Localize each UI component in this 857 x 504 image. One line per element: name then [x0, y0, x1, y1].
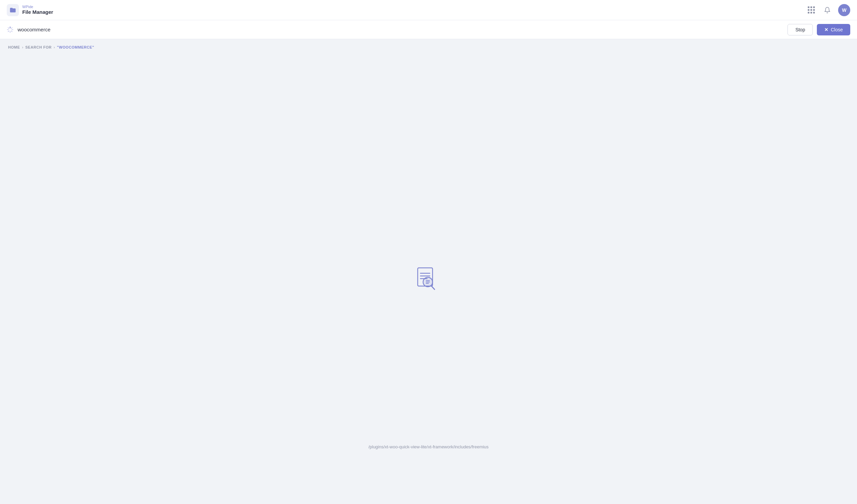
app-brand: WPide: [22, 5, 53, 9]
user-avatar[interactable]: W: [838, 4, 850, 16]
breadcrumb-sep-2: ›: [54, 45, 55, 49]
loading-spinner-icon: [7, 26, 14, 33]
stop-button[interactable]: Stop: [788, 24, 813, 35]
search-illustration: [415, 266, 442, 293]
breadcrumb-sep-1: ›: [22, 45, 23, 49]
close-x-icon: ✕: [824, 27, 828, 32]
app-title: File Manager: [22, 9, 53, 15]
breadcrumb-current: "WOOCOMMERCE": [57, 45, 94, 49]
search-input[interactable]: [18, 27, 784, 32]
breadcrumb-search-for[interactable]: SEARCH FOR: [25, 45, 52, 49]
bell-icon: [824, 7, 831, 14]
notifications-button[interactable]: [822, 5, 833, 16]
app-icon: [7, 4, 19, 16]
breadcrumb: HOME › SEARCH FOR › "WOOCOMMERCE": [0, 39, 857, 55]
header-right: W: [806, 4, 850, 16]
svg-line-8: [431, 286, 435, 289]
header-left: WPide File Manager: [7, 4, 53, 16]
main-content: /plugins/xt-woo-quick-view-lite/xt-frame…: [0, 55, 857, 503]
scanning-path: /plugins/xt-woo-quick-view-lite/xt-frame…: [368, 444, 489, 449]
app-name: WPide File Manager: [22, 5, 53, 15]
grid-dots-icon: [808, 6, 815, 14]
folder-icon: [10, 7, 16, 14]
apps-grid-button[interactable]: [806, 5, 817, 16]
breadcrumb-home[interactable]: HOME: [8, 45, 20, 49]
header: WPide File Manager W: [0, 0, 857, 20]
close-button[interactable]: ✕ Close: [817, 24, 850, 35]
search-bar: Stop ✕ Close: [0, 20, 857, 39]
